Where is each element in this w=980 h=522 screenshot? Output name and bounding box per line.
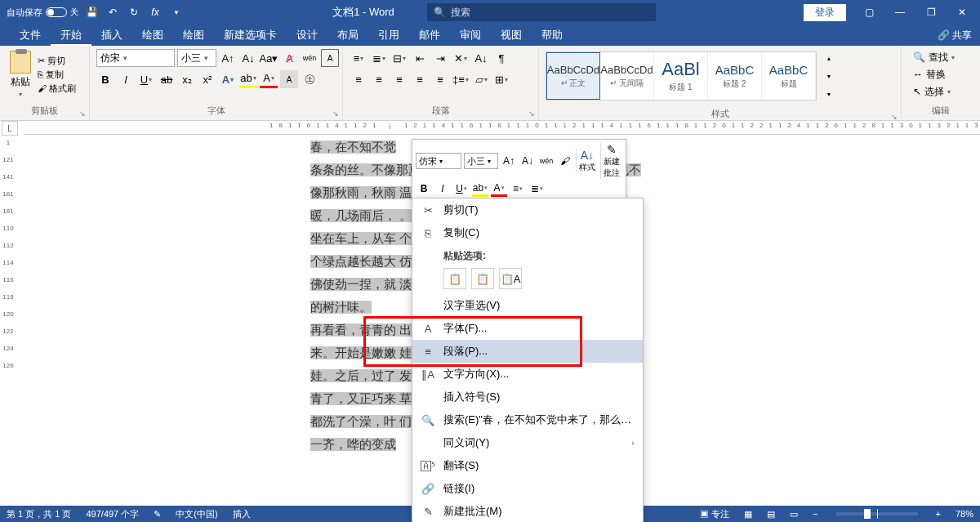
mini-font-size-combo[interactable]: 小三▾: [464, 153, 498, 169]
mini-bullets-icon[interactable]: ≡: [510, 181, 526, 197]
subscript-icon[interactable]: x₂: [178, 70, 196, 88]
horizontal-ruler[interactable]: 181161141121 | 1211411611811101112111411…: [24, 122, 980, 135]
fx-icon[interactable]: fx: [147, 4, 163, 20]
save-icon[interactable]: 💾: [83, 4, 100, 20]
find-button[interactable]: 🔍查找 ▾: [913, 51, 955, 65]
show-marks-icon[interactable]: ¶: [492, 49, 510, 67]
enclose-char-icon[interactable]: ㊏: [301, 70, 318, 88]
paragraph-launcher-icon[interactable]: ↘: [528, 109, 535, 118]
clear-format-icon[interactable]: A̷: [280, 49, 298, 67]
close-icon[interactable]: ✕: [947, 1, 977, 24]
zoom-slider[interactable]: [836, 512, 918, 515]
indent-dec-icon[interactable]: ⇤: [411, 49, 429, 67]
sb-zoom-out-icon[interactable]: −: [811, 509, 819, 519]
minimize-icon[interactable]: —: [885, 1, 915, 24]
cm-paragraph[interactable]: ≡段落(P)...: [412, 340, 643, 363]
style-item[interactable]: AaBbCcDd↵ 无间隔: [600, 52, 654, 100]
font-color-icon[interactable]: A: [260, 70, 278, 88]
tab-insert[interactable]: 插入: [91, 25, 132, 46]
asian-layout-icon[interactable]: ✕: [452, 49, 470, 67]
style-item[interactable]: AaBbC标题 2: [708, 52, 762, 100]
shrink-font-icon[interactable]: A↓: [239, 49, 257, 67]
ruler-tab-selector[interactable]: L: [2, 121, 18, 136]
mini-format-painter-icon[interactable]: 🖌: [557, 153, 573, 169]
style-item[interactable]: AaBbCcDd↵ 正文: [546, 52, 600, 100]
mini-new-comment-button[interactable]: ✎新建 批注: [600, 143, 622, 179]
undo-icon[interactable]: ↶: [105, 4, 121, 20]
cm-translate[interactable]: 🄰⁵翻译(S): [412, 454, 643, 477]
change-case-icon[interactable]: Aa▾: [260, 49, 278, 67]
copy-button[interactable]: ⎘复制: [38, 69, 76, 81]
share-button[interactable]: 🔗 共享: [929, 29, 980, 42]
style-item[interactable]: AaBl标题 1: [654, 52, 708, 100]
numbering-icon[interactable]: ≣: [370, 49, 388, 67]
cm-hanja[interactable]: 汉字重选(V): [412, 294, 643, 317]
tab-design[interactable]: 设计: [287, 25, 327, 46]
tab-home[interactable]: 开始: [51, 25, 91, 46]
cm-link[interactable]: 🔗链接(I): [412, 477, 643, 500]
char-shading-icon[interactable]: A: [280, 70, 298, 88]
replace-button[interactable]: ↔替换: [913, 68, 955, 82]
sb-page[interactable]: 第 1 页，共 1 页: [5, 508, 73, 520]
mini-italic-icon[interactable]: I: [434, 181, 451, 197]
tab-newtab[interactable]: 新建选项卡: [214, 25, 287, 46]
styles-gallery[interactable]: AaBbCcDd↵ 正文AaBbCcDd↵ 无间隔AaBl标题 1AaBbC标题…: [546, 51, 817, 100]
sb-proofing-icon[interactable]: ✎: [152, 509, 163, 520]
sb-web-layout-icon[interactable]: ▭: [788, 509, 800, 520]
cut-button[interactable]: ✂剪切: [38, 55, 76, 67]
tab-references[interactable]: 引用: [368, 25, 409, 46]
cm-text-direction[interactable]: ‖A文字方向(X)...: [412, 363, 643, 386]
tab-view[interactable]: 视图: [491, 25, 532, 46]
char-border-icon[interactable]: A: [321, 49, 339, 67]
styles-launcher-icon[interactable]: ↘: [891, 113, 898, 121]
highlight-icon[interactable]: ab: [239, 70, 257, 88]
format-painter-button[interactable]: 🖌格式刷: [38, 83, 76, 95]
cm-paste-text-only[interactable]: 📋A: [499, 268, 522, 289]
mini-highlight-icon[interactable]: ab: [472, 181, 488, 197]
font-size-combo[interactable]: 小三▾: [177, 49, 216, 67]
tab-mailings[interactable]: 邮件: [409, 25, 450, 46]
maximize-icon[interactable]: ❐: [916, 1, 946, 24]
mini-bold-icon[interactable]: B: [416, 181, 432, 197]
mini-font-color-icon[interactable]: A: [491, 181, 507, 197]
clipboard-launcher-icon[interactable]: ↘: [79, 109, 86, 118]
select-button[interactable]: ↖选择 ▾: [913, 85, 955, 99]
paste-button[interactable]: 粘贴 ▾: [7, 51, 34, 98]
autosave-toggle[interactable]: 自动保存 关: [7, 7, 78, 19]
styles-expand-icon[interactable]: ▾: [820, 85, 838, 103]
superscript-icon[interactable]: x²: [198, 70, 216, 88]
font-launcher-icon[interactable]: ↘: [332, 109, 339, 118]
mini-numbering-icon[interactable]: ≣: [528, 181, 545, 197]
tab-review[interactable]: 审阅: [450, 25, 491, 46]
tab-draw2[interactable]: 绘图: [173, 25, 214, 46]
tab-layout[interactable]: 布局: [327, 25, 368, 46]
bold-icon[interactable]: B: [96, 70, 114, 88]
grow-font-icon[interactable]: A↑: [219, 49, 237, 67]
redo-icon[interactable]: ↻: [126, 4, 142, 20]
sb-zoom-value[interactable]: 78%: [954, 509, 975, 519]
cm-copy[interactable]: ⎘复制(C): [412, 221, 643, 244]
sb-read-mode-icon[interactable]: ▦: [742, 509, 754, 520]
search-box[interactable]: 🔍 搜索: [427, 3, 656, 21]
align-right-icon[interactable]: ≡: [390, 70, 408, 88]
qat-customize-icon[interactable]: ▼: [168, 4, 185, 20]
cm-paste-keep-source[interactable]: 📋: [443, 268, 466, 289]
mini-phonetic-icon[interactable]: wén: [538, 153, 555, 169]
cm-paste-merge[interactable]: 📋: [471, 268, 494, 289]
font-name-combo[interactable]: 仿宋▾: [96, 49, 175, 67]
align-left-icon[interactable]: ≡: [350, 70, 368, 88]
shading-icon[interactable]: ▱: [472, 70, 490, 88]
text-effects-icon[interactable]: A: [219, 70, 237, 88]
ribbon-display-icon[interactable]: ▢: [854, 1, 884, 24]
sb-print-layout-icon[interactable]: ▤: [765, 509, 777, 520]
borders-icon[interactable]: ⊞: [492, 70, 510, 88]
cm-synonyms[interactable]: 同义词(Y)›: [412, 431, 643, 454]
sb-zoom-in-icon[interactable]: +: [934, 509, 942, 519]
mini-shrink-font-icon[interactable]: A↓: [519, 153, 536, 169]
sb-lang[interactable]: 中文(中国): [174, 508, 219, 520]
cm-insert-symbol[interactable]: 插入符号(S): [412, 386, 643, 408]
style-item[interactable]: AaBbC标题: [762, 52, 816, 100]
cm-new-comment[interactable]: ✎新建批注(M): [412, 500, 643, 522]
line-spacing-icon[interactable]: ‡≡: [452, 70, 470, 88]
align-distribute-icon[interactable]: ≡: [431, 70, 449, 88]
